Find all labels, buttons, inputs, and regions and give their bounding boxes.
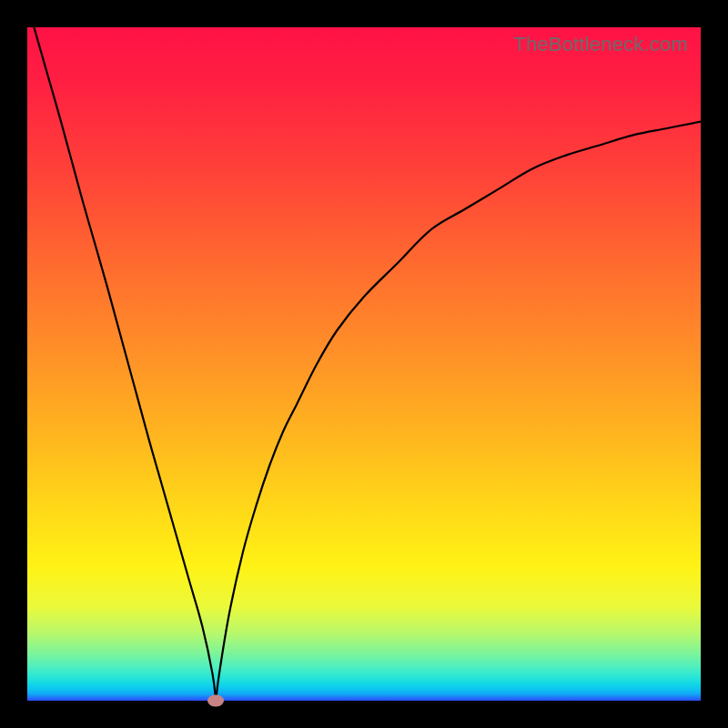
plot-area: TheBottleneck.com [27,27,701,701]
vertex-marker [207,695,224,707]
chart-frame: TheBottleneck.com [0,0,728,728]
left-branch [34,27,216,701]
right-branch [216,122,701,701]
curve-layer [27,27,701,701]
